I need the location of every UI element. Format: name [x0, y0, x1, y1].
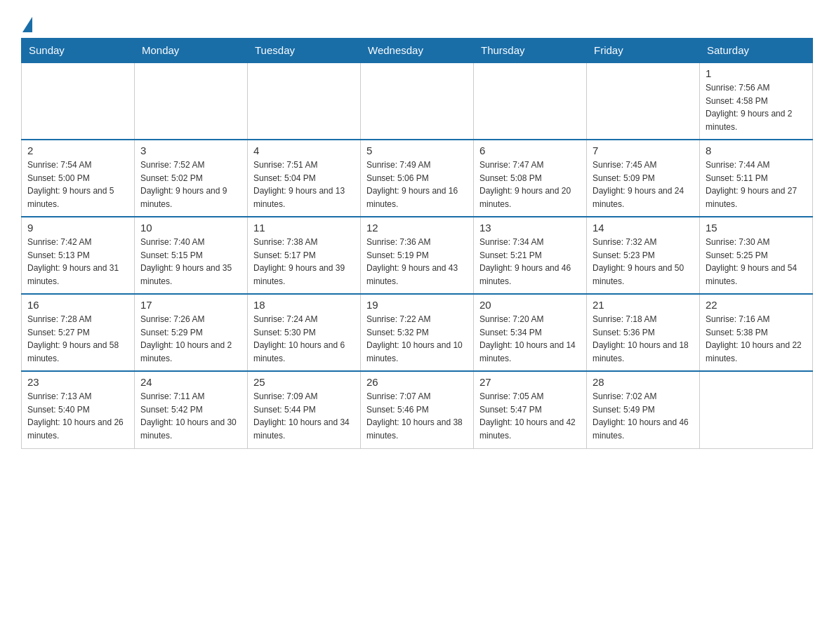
calendar-cell: 17Sunrise: 7:26 AMSunset: 5:29 PMDayligh… — [135, 294, 248, 371]
page-header — [21, 14, 813, 31]
day-number: 14 — [593, 222, 694, 234]
day-number: 6 — [479, 145, 581, 156]
day-number: 11 — [253, 222, 355, 234]
day-info: Sunrise: 7:54 AMSunset: 5:00 PMDaylight:… — [27, 159, 128, 210]
calendar-cell: 18Sunrise: 7:24 AMSunset: 5:30 PMDayligh… — [248, 294, 361, 371]
day-number: 12 — [366, 222, 468, 234]
day-info: Sunrise: 7:45 AMSunset: 5:09 PMDaylight:… — [593, 159, 694, 210]
calendar-cell: 11Sunrise: 7:38 AMSunset: 5:17 PMDayligh… — [248, 217, 361, 294]
day-info: Sunrise: 7:52 AMSunset: 5:02 PMDaylight:… — [140, 159, 241, 210]
calendar-cell — [22, 62, 135, 140]
day-info: Sunrise: 7:30 AMSunset: 5:25 PMDaylight:… — [706, 236, 807, 288]
day-number: 19 — [366, 299, 468, 311]
day-info: Sunrise: 7:34 AMSunset: 5:21 PMDaylight:… — [479, 236, 581, 288]
day-info: Sunrise: 7:40 AMSunset: 5:15 PMDaylight:… — [140, 236, 241, 288]
day-number: 26 — [366, 376, 468, 388]
calendar-cell: 8Sunrise: 7:44 AMSunset: 5:11 PMDaylight… — [700, 140, 813, 217]
logo-triangle-icon — [22, 17, 32, 32]
calendar-cell: 14Sunrise: 7:32 AMSunset: 5:23 PMDayligh… — [587, 217, 700, 294]
calendar-cell — [135, 62, 248, 140]
column-header-thursday: Thursday — [474, 39, 587, 63]
calendar-cell: 15Sunrise: 7:30 AMSunset: 5:25 PMDayligh… — [700, 217, 813, 294]
day-info: Sunrise: 7:02 AMSunset: 5:49 PMDaylight:… — [593, 390, 694, 442]
day-number: 4 — [253, 145, 355, 156]
calendar-cell: 2Sunrise: 7:54 AMSunset: 5:00 PMDaylight… — [22, 140, 135, 217]
day-number: 17 — [140, 299, 241, 311]
calendar-cell: 16Sunrise: 7:28 AMSunset: 5:27 PMDayligh… — [22, 294, 135, 371]
column-header-friday: Friday — [587, 39, 700, 63]
week-row-3: 9Sunrise: 7:42 AMSunset: 5:13 PMDaylight… — [22, 217, 813, 294]
calendar-cell: 9Sunrise: 7:42 AMSunset: 5:13 PMDaylight… — [22, 217, 135, 294]
day-info: Sunrise: 7:42 AMSunset: 5:13 PMDaylight:… — [27, 236, 128, 288]
day-info: Sunrise: 7:05 AMSunset: 5:47 PMDaylight:… — [479, 390, 581, 442]
day-info: Sunrise: 7:28 AMSunset: 5:27 PMDaylight:… — [27, 313, 128, 365]
day-info: Sunrise: 7:51 AMSunset: 5:04 PMDaylight:… — [253, 159, 355, 210]
day-number: 25 — [253, 376, 355, 388]
day-number: 3 — [140, 145, 241, 156]
day-number: 9 — [27, 222, 128, 234]
day-number: 22 — [706, 299, 807, 311]
day-number: 23 — [27, 376, 128, 388]
day-number: 8 — [706, 145, 807, 156]
day-number: 21 — [593, 299, 694, 311]
calendar-cell: 21Sunrise: 7:18 AMSunset: 5:36 PMDayligh… — [587, 294, 700, 371]
calendar-cell: 27Sunrise: 7:05 AMSunset: 5:47 PMDayligh… — [474, 371, 587, 448]
calendar-cell: 6Sunrise: 7:47 AMSunset: 5:08 PMDaylight… — [474, 140, 587, 217]
calendar-cell — [700, 371, 813, 448]
column-header-wednesday: Wednesday — [361, 39, 474, 63]
calendar-cell: 10Sunrise: 7:40 AMSunset: 5:15 PMDayligh… — [135, 217, 248, 294]
day-info: Sunrise: 7:20 AMSunset: 5:34 PMDaylight:… — [479, 313, 581, 365]
day-info: Sunrise: 7:18 AMSunset: 5:36 PMDaylight:… — [593, 313, 694, 365]
day-info: Sunrise: 7:11 AMSunset: 5:42 PMDaylight:… — [140, 390, 241, 442]
day-number: 18 — [253, 299, 355, 311]
calendar-cell: 13Sunrise: 7:34 AMSunset: 5:21 PMDayligh… — [474, 217, 587, 294]
calendar-header-row: SundayMondayTuesdayWednesdayThursdayFrid… — [22, 39, 813, 63]
calendar-cell — [587, 62, 700, 140]
calendar-cell — [361, 62, 474, 140]
day-number: 24 — [140, 376, 241, 388]
week-row-4: 16Sunrise: 7:28 AMSunset: 5:27 PMDayligh… — [22, 294, 813, 371]
day-info: Sunrise: 7:09 AMSunset: 5:44 PMDaylight:… — [253, 390, 355, 442]
calendar-cell: 4Sunrise: 7:51 AMSunset: 5:04 PMDaylight… — [248, 140, 361, 217]
day-info: Sunrise: 7:44 AMSunset: 5:11 PMDaylight:… — [706, 159, 807, 210]
week-row-1: 1Sunrise: 7:56 AMSunset: 4:58 PMDaylight… — [22, 62, 813, 140]
day-number: 20 — [479, 299, 581, 311]
day-number: 28 — [593, 376, 694, 388]
calendar-cell: 28Sunrise: 7:02 AMSunset: 5:49 PMDayligh… — [587, 371, 700, 448]
day-info: Sunrise: 7:47 AMSunset: 5:08 PMDaylight:… — [479, 159, 581, 210]
day-info: Sunrise: 7:26 AMSunset: 5:29 PMDaylight:… — [140, 313, 241, 365]
calendar-cell — [248, 62, 361, 140]
day-number: 2 — [27, 145, 128, 156]
day-info: Sunrise: 7:13 AMSunset: 5:40 PMDaylight:… — [27, 390, 128, 442]
column-header-monday: Monday — [135, 39, 248, 63]
week-row-2: 2Sunrise: 7:54 AMSunset: 5:00 PMDaylight… — [22, 140, 813, 217]
calendar-cell: 7Sunrise: 7:45 AMSunset: 5:09 PMDaylight… — [587, 140, 700, 217]
day-info: Sunrise: 7:49 AMSunset: 5:06 PMDaylight:… — [366, 159, 468, 210]
day-info: Sunrise: 7:07 AMSunset: 5:46 PMDaylight:… — [366, 390, 468, 442]
day-number: 5 — [366, 145, 468, 156]
calendar-cell: 3Sunrise: 7:52 AMSunset: 5:02 PMDaylight… — [135, 140, 248, 217]
calendar-cell: 26Sunrise: 7:07 AMSunset: 5:46 PMDayligh… — [361, 371, 474, 448]
calendar-cell: 19Sunrise: 7:22 AMSunset: 5:32 PMDayligh… — [361, 294, 474, 371]
calendar-cell: 22Sunrise: 7:16 AMSunset: 5:38 PMDayligh… — [700, 294, 813, 371]
day-info: Sunrise: 7:16 AMSunset: 5:38 PMDaylight:… — [706, 313, 807, 365]
calendar-cell: 24Sunrise: 7:11 AMSunset: 5:42 PMDayligh… — [135, 371, 248, 448]
day-number: 1 — [706, 67, 807, 79]
day-info: Sunrise: 7:32 AMSunset: 5:23 PMDaylight:… — [593, 236, 694, 288]
column-header-saturday: Saturday — [700, 39, 813, 63]
calendar-cell: 25Sunrise: 7:09 AMSunset: 5:44 PMDayligh… — [248, 371, 361, 448]
calendar-cell — [474, 62, 587, 140]
day-number: 13 — [479, 222, 581, 234]
column-header-tuesday: Tuesday — [248, 39, 361, 63]
calendar-table: SundayMondayTuesdayWednesdayThursdayFrid… — [21, 38, 813, 449]
day-info: Sunrise: 7:22 AMSunset: 5:32 PMDaylight:… — [366, 313, 468, 365]
day-number: 10 — [140, 222, 241, 234]
day-info: Sunrise: 7:38 AMSunset: 5:17 PMDaylight:… — [253, 236, 355, 288]
day-number: 27 — [479, 376, 581, 388]
day-info: Sunrise: 7:36 AMSunset: 5:19 PMDaylight:… — [366, 236, 468, 288]
day-number: 7 — [593, 145, 694, 156]
calendar-cell: 12Sunrise: 7:36 AMSunset: 5:19 PMDayligh… — [361, 217, 474, 294]
calendar-cell: 5Sunrise: 7:49 AMSunset: 5:06 PMDaylight… — [361, 140, 474, 217]
day-number: 15 — [706, 222, 807, 234]
week-row-5: 23Sunrise: 7:13 AMSunset: 5:40 PMDayligh… — [22, 371, 813, 448]
